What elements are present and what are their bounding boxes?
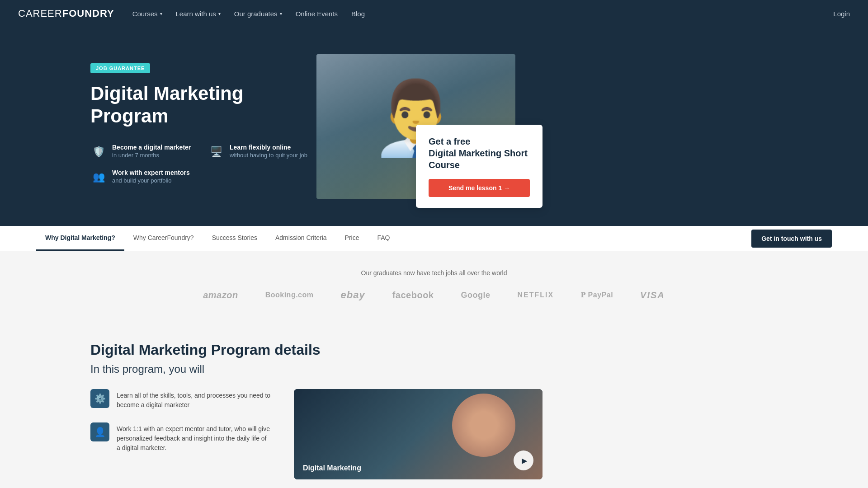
brand-text: CAREER bbox=[18, 8, 62, 19]
tab-price[interactable]: Price bbox=[336, 226, 368, 251]
program-list: ⚙️ Learn all of the skills, tools, and p… bbox=[90, 389, 271, 465]
tab-faq[interactable]: FAQ bbox=[368, 226, 399, 251]
graduates-description: Our graduates now have tech jobs all ove… bbox=[36, 269, 832, 277]
netflix-logo: NETFLIX bbox=[517, 291, 554, 299]
nav-item-online-events[interactable]: Online Events bbox=[296, 10, 338, 18]
ebay-logo: ebay bbox=[341, 289, 365, 301]
google-logo: Google bbox=[461, 291, 490, 300]
feature-text: Become a digital marketer in under 7 mon… bbox=[112, 144, 191, 159]
hero-features: 🛡️ Become a digital marketer in under 7 … bbox=[90, 144, 316, 185]
mentor-icon: 👤 bbox=[90, 422, 109, 441]
list-item: ⚙️ Learn all of the skills, tools, and p… bbox=[90, 389, 271, 410]
monitor-icon: 🖥️ bbox=[208, 144, 224, 160]
feature-text: Learn flexibly online without having to … bbox=[230, 144, 307, 159]
amazon-logo: amazon bbox=[203, 290, 238, 300]
list-item: 👤 Work 1:1 with an expert mentor and tut… bbox=[90, 422, 271, 453]
hero-feature-digital-marketer: 🛡️ Become a digital marketer in under 7 … bbox=[90, 144, 199, 160]
nav-item-blog[interactable]: Blog bbox=[351, 10, 365, 18]
hero-content: JOB GUARANTEE Digital Marketing Program … bbox=[90, 54, 316, 185]
video-label: Digital Marketing bbox=[303, 464, 361, 472]
tab-why-digital-marketing[interactable]: Why Digital Marketing? bbox=[36, 226, 124, 251]
mentors-icon: 👥 bbox=[90, 169, 107, 185]
hero-image-area: Get a freeDigital Marketing Short Course… bbox=[316, 54, 515, 199]
nav-item-courses[interactable]: Courses ▾ bbox=[132, 10, 162, 18]
get-in-touch-button[interactable]: Get in touch with us bbox=[751, 230, 832, 248]
login-link[interactable]: Login bbox=[833, 10, 850, 18]
booking-logo: Booking.com bbox=[265, 291, 314, 299]
list-item-text: Work 1:1 with an expert mentor and tutor… bbox=[117, 422, 271, 453]
tab-admission-criteria[interactable]: Admission Criteria bbox=[266, 226, 336, 251]
list-item-text: Learn all of the skills, tools, and proc… bbox=[117, 389, 271, 410]
program-details-section: Digital Marketing Program details In thi… bbox=[0, 319, 868, 488]
hero-feature-learn-online: 🖥️ Learn flexibly online without having … bbox=[208, 144, 316, 160]
gear-icon: ⚙️ bbox=[90, 389, 109, 408]
chevron-down-icon: ▾ bbox=[280, 11, 282, 16]
brand-logo[interactable]: CAREERFOUNDRY bbox=[18, 8, 114, 19]
nav-links: Courses ▾ Learn with us ▾ Our graduates … bbox=[132, 10, 834, 18]
feature-text: Work with expert mentors and build your … bbox=[112, 169, 190, 184]
tab-why-careerfoundry[interactable]: Why CareerFoundry? bbox=[124, 226, 203, 251]
nav-item-graduates[interactable]: Our graduates ▾ bbox=[234, 10, 282, 18]
job-guarantee-badge: JOB GUARANTEE bbox=[90, 63, 150, 73]
facebook-logo: facebook bbox=[392, 290, 434, 300]
free-course-heading: Get a freeDigital Marketing Short Course bbox=[429, 136, 530, 171]
play-button[interactable] bbox=[514, 450, 533, 470]
brand-bold-text: FOUNDRY bbox=[62, 8, 114, 19]
chevron-down-icon: ▾ bbox=[160, 11, 162, 16]
company-logos: amazon Booking.com ebay facebook Google … bbox=[36, 289, 832, 301]
visa-logo: VISA bbox=[640, 290, 665, 300]
shield-icon: 🛡️ bbox=[90, 144, 107, 160]
chevron-down-icon: ▾ bbox=[218, 11, 221, 16]
navbar: CAREERFOUNDRY Courses ▾ Learn with us ▾ … bbox=[0, 0, 868, 27]
hero-section: JOB GUARANTEE Digital Marketing Program … bbox=[0, 27, 868, 226]
hero-title: Digital Marketing Program bbox=[90, 82, 316, 128]
nav-item-learn[interactable]: Learn with us ▾ bbox=[176, 10, 221, 18]
tabs-bar: Why Digital Marketing? Why CareerFoundry… bbox=[0, 226, 868, 251]
program-details-subtitle: In this program, you will bbox=[90, 363, 778, 375]
tab-success-stories[interactable]: Success Stories bbox=[203, 226, 266, 251]
send-lesson-button[interactable]: Send me lesson 1 → bbox=[429, 179, 530, 197]
paypal-logo: 𝐏 PayPal bbox=[581, 291, 613, 299]
program-content: ⚙️ Learn all of the skills, tools, and p… bbox=[90, 389, 778, 479]
graduates-bar: Our graduates now have tech jobs all ove… bbox=[0, 251, 868, 319]
program-details-title: Digital Marketing Program details bbox=[90, 342, 778, 358]
video-thumbnail: Digital Marketing bbox=[294, 389, 542, 479]
video-card: Digital Marketing bbox=[294, 389, 542, 479]
free-course-card: Get a freeDigital Marketing Short Course… bbox=[416, 125, 542, 208]
hero-feature-mentors: 👥 Work with expert mentors and build you… bbox=[90, 169, 199, 185]
